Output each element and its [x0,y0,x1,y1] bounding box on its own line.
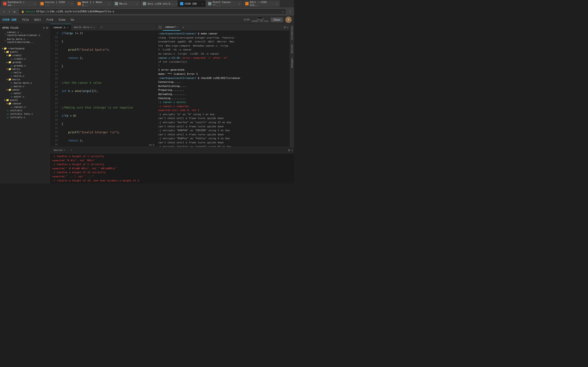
tree-hello-c[interactable]: ◻ hello.c [0,74,50,78]
tree-initials-less[interactable]: ◻ initials less.c [0,112,50,116]
b-line-5: :( handles a height of 23 correctly [52,170,292,175]
terminal-tab-caesar-label: caesar/ [165,25,176,28]
outline-icon[interactable]: Outline [291,43,293,55]
collaborate-icon[interactable]: Collaborate [291,25,293,41]
editor-tab-mario-close[interactable]: ✕ [94,26,95,28]
terminal-tab-caesar-close[interactable]: ✕ [177,26,178,28]
tree-hello-exe[interactable]: ◻ hello [0,71,50,74]
tree-credit[interactable]: ▼ 📁 credit [0,54,50,57]
back-button[interactable]: ‹ [2,9,6,14]
bottom-tab-mario[interactable]: mario/ ✕ [52,147,68,153]
bookmark-icon[interactable]: ☆ [282,10,284,13]
code-line-10: { [61,40,154,44]
tree-hello[interactable]: ▼ 📁 hello [0,67,50,71]
tab-close-2[interactable]: ✕ [71,2,73,5]
tree-workspace[interactable]: ▼ 📁 ~/workspace [0,47,50,50]
forward-button[interactable]: › [7,9,11,14]
url-box[interactable]: 🔒 Secure https://ide.cs50.io/krisle2509/… [19,8,286,15]
bottom-close-icon[interactable]: ✕ [292,149,293,152]
browser-tab-8[interactable]: Edit – CS50 Sta... ✕ [243,0,280,7]
folder-icon-greedy: 📁 [8,61,11,64]
tab-close-5[interactable]: ✕ [176,2,178,5]
browser-tab-4[interactable]: Mario ✕ [112,0,140,7]
tree-pset2[interactable]: ▼ 📁 pset2 [0,98,50,102]
share-button[interactable]: Share [271,17,283,22]
debugger-icon[interactable]: Debugger [291,56,293,69]
tree-caesar-folder[interactable]: ▼ 📁 caesar [0,102,50,105]
tab-close-6[interactable]: ✕ [202,2,203,5]
b-line-2: expected "# #\n", not "##\n" [52,158,292,163]
bottom-tab-mario-close[interactable]: ✕ [64,149,65,151]
tree-water[interactable]: ▼ 📁 water [0,88,50,92]
browser-tab-2[interactable]: Course | CS50 ... ✕ [38,0,75,7]
file-icon-initials: ◻ [6,109,9,112]
editor-tab-mario[interactable]: mario more.c ✕ [71,24,98,31]
close-icon-mario[interactable]: ✕ [5,40,6,42]
tree-water-exe[interactable]: ◻ water [0,92,50,95]
tree-mario[interactable]: ▼ 📁 mario [0,78,50,81]
bottom-tab-add[interactable]: ＋ [69,148,74,152]
tree-initials[interactable]: ◻ initials [0,109,50,112]
menu-edit[interactable]: Edit [34,18,42,22]
menu-view[interactable]: View [58,18,66,22]
terminal-panel-icon: ⬛ [157,26,163,29]
editor-tab-caesar-close[interactable]: ✕ [67,26,68,29]
t-line-13: Connecting..... [158,80,288,84]
tab-icon-1 [3,2,6,5]
terminal-output-right: ~/workspace/pset2/caesar/ $ make caesar … [156,31,289,147]
tree-water-c[interactable]: ◻ water.c [0,95,50,98]
tab-close-1[interactable]: ✕ [34,2,35,5]
menu-find[interactable]: Find [45,18,54,22]
t-line-20: expected exit code 0, not 1 [158,108,288,112]
browser-tab-7[interactable]: Pset2 Caesar !!... ✕ [206,0,242,7]
tree-pset1[interactable]: ▼ 📁 pset1 [0,50,50,54]
terminal-tab-add[interactable]: ＋ [180,25,186,29]
code-content[interactable]: if(argc != 2) { printf("Invalid Iput\n")… [60,31,156,147]
open-file-mario[interactable]: ✕ mario more.c - /pset1/mario/ma... [0,37,50,44]
t-line-29: :| encrypts "barfoo" as "onesbb" using 6… [158,145,288,147]
terminal-tab-caesar[interactable]: caesar/ ✕ [163,24,180,31]
tab-close-4[interactable]: ✕ [137,2,138,5]
tab-close-8[interactable]: ✕ [276,2,277,5]
browser-tab-1[interactable]: Dashboard | ed... ✕ [1,0,38,7]
open-file-caesar[interactable]: ✕ caesar.c - /pset2/caesar/caesar.c [0,30,50,37]
browser-menu-button[interactable]: ⋮ [288,10,292,13]
terminal-close-icon[interactable]: ✕ [287,26,288,29]
ln-33: 33 [52,130,58,134]
tab-close-3[interactable]: ✕ [108,2,110,5]
chevron-credit: ▼ [6,54,8,57]
browser-tab-6[interactable]: CS50 IDE ✕ [178,0,205,7]
browser-tab-5[interactable]: docs.cs50.net/2... ✕ [141,0,177,7]
editor-tab-caesar[interactable]: caesar.c ✕ [51,24,71,31]
sidebar-gear-icon[interactable]: ⚙ [43,26,45,29]
ln-11: 11 [52,40,58,44]
tree-caesar-c[interactable]: ◻ caesar.c [0,105,50,109]
t-line-2: clang -fsanitize=signed-integer-overflow… [158,36,288,40]
ln-28: 28 [52,110,58,114]
menu-go[interactable]: Go [70,18,75,22]
t-line-28: can't check until a frown turns upside d… [158,141,288,145]
menu-file[interactable]: File [21,18,30,22]
sidebar-split-icon[interactable]: ⊞ [46,26,48,29]
t-line-27: :| encrypts "BaRFoo" as "FeVJss" using 4… [158,136,288,141]
app-header: CS50 IDE File Edit Find View Go v119 MEM… [0,16,294,24]
tree-initials-c[interactable]: ◻ initials.c [0,116,50,119]
tree-mario-more[interactable]: ◻ mario more.c [0,81,50,85]
terminal-restore-icon[interactable]: ⧉ [284,26,286,29]
folder-icon-credit: 📁 [8,54,11,57]
version-badge: v119 [243,18,250,21]
file-tree-section: ▼ 📁 ~/workspace ▼ 📁 pset1 ▼ 📁 credit ◻ c… [0,45,50,120]
tree-greedy[interactable]: ▶ 📁 greedy [0,60,50,64]
browser-tab-3[interactable]: Week 2 | Week 2... ✕ [75,0,112,7]
tree-label-greedy: greedy [12,61,22,64]
code-line-19: if(k < 0) [61,114,154,118]
terminal-window-buttons: ⧉ ✕ [284,26,288,29]
reload-button[interactable]: ↻ [13,9,16,14]
tree-greedy-c[interactable]: ◻ greedy.c [0,64,50,67]
bottom-restore-icon[interactable]: ⧉ [288,149,290,152]
tree-credit-c[interactable]: ◻ credit.c [0,57,50,60]
editor-tab-add[interactable]: ＋ [98,25,105,29]
tree-mario-c[interactable]: ◻ mario.c [0,85,50,88]
tab-close-7[interactable]: ✕ [239,2,240,5]
close-icon-caesar[interactable]: ✕ [5,33,6,35]
